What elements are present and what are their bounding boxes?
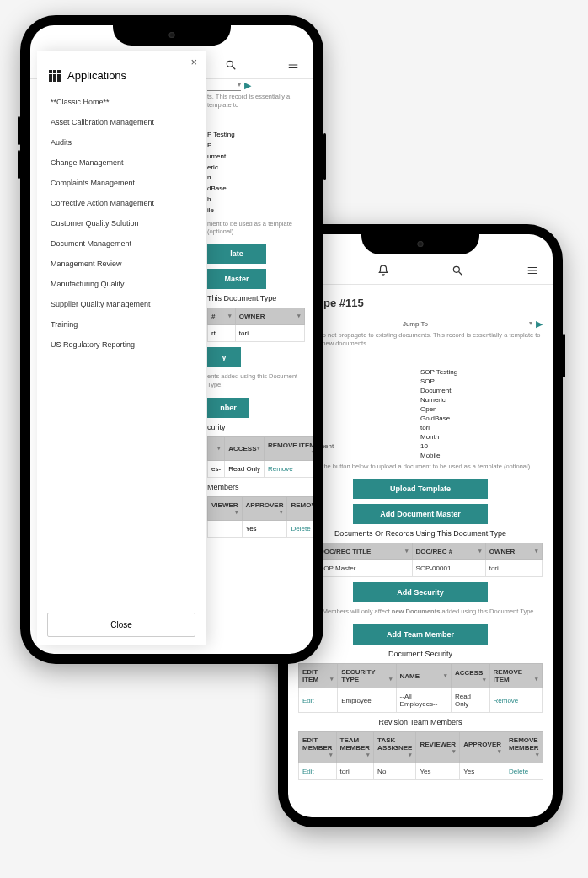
col-name[interactable]: NAME▾ bbox=[396, 664, 451, 688]
drawer-item[interactable]: Management Review bbox=[37, 254, 206, 274]
note-fragment: ts. This record is essentially a templat… bbox=[207, 93, 305, 110]
topbar bbox=[288, 260, 553, 285]
security-table: EDIT ITEM▾ SECURITY TYPE▾ NAME▾ ACCESS▾ … bbox=[298, 663, 543, 713]
col-access[interactable]: ACCESS▾ bbox=[451, 664, 489, 688]
drawer-item[interactable]: US Regulatory Reporting bbox=[37, 335, 206, 355]
svg-point-2 bbox=[454, 266, 460, 272]
members-heading-fragment: Members bbox=[207, 483, 305, 491]
upload-template-button[interactable]: Upload Template bbox=[353, 479, 488, 499]
jump-go-icon[interactable]: ▶ bbox=[244, 80, 251, 91]
notch bbox=[113, 25, 231, 46]
col-edit-member[interactable]: EDIT MEMBER▾ bbox=[299, 732, 337, 763]
drawer-item[interactable]: Training bbox=[37, 314, 206, 335]
col-remove-item[interactable]: REMOVE ITEM▾ bbox=[489, 664, 542, 688]
close-icon[interactable]: × bbox=[190, 56, 197, 68]
drawer-item[interactable]: Audits bbox=[37, 132, 206, 153]
hamburger-icon[interactable] bbox=[522, 265, 543, 279]
apps-grid-icon bbox=[49, 70, 61, 82]
revision-table: EDIT MEMBER▾ TEAM MEMBER▾ TASK ASSIGNEE▾… bbox=[298, 731, 543, 780]
app-drawer: × Applications **Classic Home**Asset Cal… bbox=[37, 51, 206, 645]
security-note-fragment: ents added using this Document Type. bbox=[207, 372, 305, 389]
edit-link[interactable]: Edit bbox=[299, 763, 337, 780]
hamburger-icon[interactable] bbox=[283, 59, 303, 73]
drawer-item[interactable]: Document Management bbox=[37, 233, 206, 254]
chevron-down-icon: ▾ bbox=[529, 319, 532, 327]
table-row: Edit tori No Yes Yes Delete bbox=[299, 763, 543, 780]
drawer-item[interactable]: **Classic Home** bbox=[37, 92, 206, 112]
details-grid: rd TypeSOP Testing SOP Document atNumeri… bbox=[298, 368, 543, 459]
add-security-button[interactable]: Add Security bbox=[353, 582, 488, 602]
doc-security-heading: Document Security bbox=[298, 650, 543, 658]
docs-table-fragment: #▾ OWNER▾ rt tori bbox=[207, 308, 305, 342]
drawer-item[interactable]: Manufacturing Quality bbox=[37, 274, 206, 294]
col-edit-item[interactable]: EDIT ITEM▾ bbox=[299, 664, 338, 688]
bell-icon[interactable] bbox=[373, 265, 393, 279]
drawer-header: Applications bbox=[37, 54, 206, 90]
drawer-item[interactable]: Complaints Management bbox=[37, 173, 206, 193]
drawer-title: Applications bbox=[67, 69, 126, 82]
drawer-item[interactable]: Customer Quality Solution bbox=[37, 213, 206, 233]
upload-note: can use the button below to upload a doc… bbox=[298, 463, 543, 470]
revision-table-fragment: VIEWER▾ APPROVER▾ REMOVE MEMBER▾ Yes Del… bbox=[207, 496, 313, 538]
drawer-close-button[interactable]: Close bbox=[47, 613, 195, 637]
remove-link[interactable]: Remove bbox=[264, 460, 313, 477]
security-heading-fragment: curity bbox=[207, 423, 305, 431]
svg-line-8 bbox=[233, 67, 236, 70]
col-task-assignee[interactable]: TASK ASSIGNEE▾ bbox=[374, 732, 416, 763]
drawer-item[interactable]: Change Management bbox=[37, 153, 206, 173]
add-security-button[interactable]: y bbox=[207, 347, 241, 367]
docs-table: ▾ DOC/REC TITLE▾ DOC/REC #▾ OWNER▾ SOP M… bbox=[298, 543, 543, 577]
revision-heading: Revision Team Members bbox=[298, 718, 543, 726]
jump-go-icon[interactable]: ▶ bbox=[536, 319, 543, 329]
col-reviewer[interactable]: REVIEWER▾ bbox=[416, 732, 460, 763]
details-heading: TAILS bbox=[298, 356, 543, 365]
add-document-master-button[interactable]: Add Document Master bbox=[353, 504, 488, 524]
edit-link[interactable]: Edit bbox=[299, 688, 338, 713]
svg-line-3 bbox=[459, 272, 462, 276]
search-icon[interactable] bbox=[447, 265, 468, 279]
delete-link[interactable]: Delete bbox=[505, 763, 543, 780]
jump-to-select[interactable]: ▾ bbox=[207, 79, 241, 91]
delete-link[interactable]: Delete bbox=[287, 520, 313, 537]
col-doc-title[interactable]: DOC/REC TITLE▾ bbox=[316, 543, 413, 560]
table-row: Edit Employee --All Employees-- Read Onl… bbox=[299, 688, 543, 713]
col-remove-member[interactable]: REMOVE MEMBER▾ bbox=[505, 732, 543, 763]
drawer-item[interactable]: Corrective Action Management bbox=[37, 193, 206, 213]
form-note: is form do not propagate to existing doc… bbox=[298, 331, 543, 348]
remove-link[interactable]: Remove bbox=[489, 688, 542, 713]
upload-note-fragment: ment to be used as a template (optional)… bbox=[207, 220, 305, 235]
col-security-type[interactable]: SECURITY TYPE▾ bbox=[338, 664, 396, 688]
svg-point-7 bbox=[227, 61, 233, 67]
upload-template-button[interactable]: late bbox=[207, 244, 266, 264]
add-document-master-button[interactable]: Master bbox=[207, 269, 266, 289]
jump-to-row: Jump To ▾ ▶ bbox=[298, 318, 543, 329]
drawer-item[interactable]: Asset Calibration Management bbox=[37, 112, 206, 132]
col-approver[interactable]: APPROVER▾ bbox=[460, 732, 505, 763]
notch bbox=[361, 234, 479, 254]
details-fragment: P Testing P ument eric n dBase h ile bbox=[207, 130, 305, 216]
col-team-member[interactable]: TEAM MEMBER▾ bbox=[336, 732, 374, 763]
table-row: SOP Master SOP-00001 tori bbox=[299, 560, 543, 577]
jump-to-select[interactable]: ▾ bbox=[431, 318, 532, 329]
search-icon[interactable] bbox=[221, 59, 241, 73]
add-team-member-button[interactable]: nber bbox=[207, 398, 249, 418]
page-title: nt Type #115 bbox=[298, 292, 543, 318]
drawer-list: **Classic Home**Asset Calibration Manage… bbox=[37, 90, 206, 608]
col-owner[interactable]: OWNER▾ bbox=[485, 543, 542, 560]
security-note: Team Members will only affect new Docume… bbox=[298, 608, 543, 616]
add-team-member-button[interactable]: Add Team Member bbox=[353, 624, 488, 645]
drawer-item[interactable]: Supplier Quality Management bbox=[37, 294, 206, 314]
col-doc-num[interactable]: DOC/REC #▾ bbox=[412, 543, 485, 560]
security-table-fragment: ▾ ACCESS▾ REMOVE ITEM▾ es- Read Only Rem… bbox=[207, 436, 313, 478]
docs-using-heading: Documents Or Records Using This Document… bbox=[298, 529, 543, 538]
jump-to-label: Jump To bbox=[403, 320, 428, 328]
docs-heading-fragment: This Document Type bbox=[207, 294, 305, 302]
